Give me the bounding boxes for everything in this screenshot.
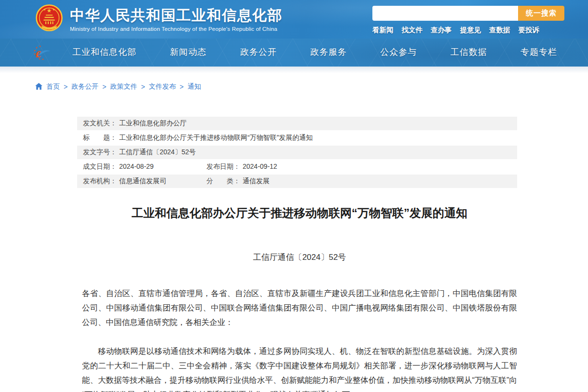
meta-value: 2024-08-29 bbox=[119, 162, 154, 170]
meta-value: 工信厅通信〔2024〕52号 bbox=[119, 148, 196, 156]
miit-e-logo-icon: e bbox=[34, 45, 51, 62]
breadcrumb-separator: > bbox=[64, 83, 68, 91]
breadcrumb-separator: > bbox=[180, 83, 184, 91]
breadcrumb-separator: > bbox=[102, 83, 106, 91]
site-header: ★ ★ ★ 中华人民共和国工业和信息化部 Ministry of Industr… bbox=[0, 0, 588, 39]
document-body: 各省、自治区、直辖市通信管理局，各省、自治区、直辖市及新疆生产建设兵团工业和信息… bbox=[82, 286, 517, 392]
national-emblem-icon: ★ ★ ★ bbox=[35, 4, 63, 34]
meta-label: 发布机构： bbox=[83, 177, 117, 185]
site-subtitle: Ministry of Industry and Information Tec… bbox=[70, 26, 283, 32]
meta-row-publisher-category: 发布机构：信息通信发展司 分 类：通信发展 bbox=[77, 175, 517, 188]
quick-link-feedback[interactable]: 提意见 bbox=[460, 26, 481, 35]
nav-item-special-topics[interactable]: 专题专栏 bbox=[520, 46, 557, 58]
breadcrumb-home[interactable]: 首页 bbox=[46, 82, 60, 91]
paragraph-intro: 移动物联网是以移动通信技术和网络为载体，通过多网协同实现人、机、物泛在智联的新型… bbox=[82, 344, 517, 392]
site-title: 中华人民共和国工业和信息化部 bbox=[70, 7, 283, 24]
home-icon[interactable] bbox=[35, 83, 42, 91]
breadcrumb-separator: > bbox=[141, 83, 145, 91]
quick-link-data[interactable]: 查数据 bbox=[489, 26, 510, 35]
svg-text:★: ★ bbox=[47, 7, 52, 14]
nav-item-miit[interactable]: 工业和信息化部 bbox=[72, 46, 137, 58]
nav-item-gov-disclosure[interactable]: 政务公开 bbox=[240, 46, 277, 58]
meta-label: 成文日期： bbox=[83, 162, 117, 170]
document-number: 工信厅通信〔2024〕52号 bbox=[82, 252, 517, 263]
search-bar: 统一搜索 bbox=[372, 6, 564, 21]
quick-link-documents[interactable]: 找文件 bbox=[402, 26, 423, 35]
svg-text:★: ★ bbox=[43, 8, 46, 11]
quick-link-services[interactable]: 查办事 bbox=[431, 26, 452, 35]
unified-search-button[interactable]: 统一搜索 bbox=[518, 6, 564, 21]
meta-value: 信息通信发展司 bbox=[119, 177, 166, 185]
breadcrumb-item-notice[interactable]: 通知 bbox=[188, 82, 201, 91]
breadcrumb-item-policy-documents[interactable]: 政策文件 bbox=[110, 82, 137, 91]
meta-label: 发文字号： bbox=[83, 148, 117, 156]
main-nav: e 工业和信息化部 新闻动态 政务公开 政务服务 公众参与 工信数据 专题专栏 bbox=[0, 39, 588, 67]
nav-item-news[interactable]: 新闻动态 bbox=[170, 46, 206, 58]
meta-label: 发布日期： bbox=[206, 162, 240, 170]
meta-row-document-number: 发文字号：工信厅通信〔2024〕52号 bbox=[77, 146, 517, 159]
breadcrumb: 首页 > 政务公开 > 政策文件 > 文件发布 > 通知 bbox=[35, 82, 588, 91]
meta-value: 工业和信息化部办公厅关于推进移动物联网“万物智联”发展的通知 bbox=[119, 134, 313, 141]
quick-link-news[interactable]: 看新闻 bbox=[372, 26, 394, 35]
document-title: 工业和信息化部办公厅关于推进移动物联网“万物智联”发展的通知 bbox=[82, 205, 517, 221]
paragraph-addressees: 各省、自治区、直辖市通信管理局，各省、自治区、直辖市及新疆生产建设兵团工业和信息… bbox=[82, 286, 517, 329]
meta-label: 分 类： bbox=[206, 177, 240, 185]
nav-item-miit-data[interactable]: 工信数据 bbox=[451, 46, 487, 58]
meta-value: 2024-09-12 bbox=[243, 162, 277, 170]
breadcrumb-item-document-release[interactable]: 文件发布 bbox=[149, 82, 176, 91]
nav-item-gov-services[interactable]: 政务服务 bbox=[310, 46, 347, 58]
breadcrumb-item-gov-disclosure[interactable]: 政务公开 bbox=[71, 82, 98, 91]
meta-label: 标 题： bbox=[83, 134, 117, 141]
nav-shadow-divider bbox=[0, 67, 588, 73]
meta-row-dates: 成文日期：2024-08-29 发布日期：2024-09-12 bbox=[77, 160, 517, 174]
meta-value: 通信发展 bbox=[243, 177, 270, 185]
document-meta-table: 发文机关：工业和信息化部办公厅 标 题：工业和信息化部办公厅关于推进移动物联网“… bbox=[77, 117, 517, 188]
article: 发文机关：工业和信息化部办公厅 标 题：工业和信息化部办公厅关于推进移动物联网“… bbox=[82, 117, 517, 392]
quick-link-complaint[interactable]: 要投诉 bbox=[519, 26, 540, 35]
svg-text:★: ★ bbox=[53, 8, 55, 11]
nav-item-public-participation[interactable]: 公众参与 bbox=[380, 46, 417, 58]
meta-row-issuing-agency: 发文机关：工业和信息化部办公厅 bbox=[77, 117, 517, 130]
meta-row-title: 标 题：工业和信息化部办公厅关于推进移动物联网“万物智联”发展的通知 bbox=[77, 131, 517, 145]
meta-value: 工业和信息化部办公厅 bbox=[119, 119, 187, 127]
quick-links: 看新闻 找文件 查办事 提意见 查数据 要投诉 bbox=[372, 26, 564, 35]
meta-label: 发文机关： bbox=[83, 119, 117, 127]
search-input[interactable] bbox=[372, 6, 518, 21]
